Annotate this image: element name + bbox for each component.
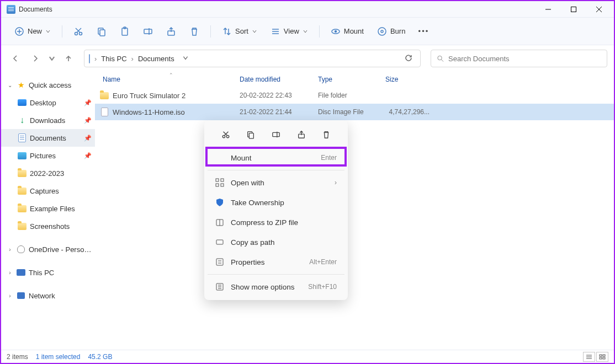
ctx-copy-path[interactable]: Copy as path — [208, 232, 344, 252]
breadcrumb[interactable]: › This PC › Documents — [84, 50, 421, 67]
folder-icon — [18, 204, 26, 213]
file-type: File folder — [318, 92, 385, 99]
sidebar-onedrive[interactable]: › OneDrive - Personal — [1, 240, 95, 258]
ctx-properties[interactable]: Properties Alt+Enter — [208, 252, 344, 272]
rename-button[interactable] — [137, 23, 158, 40]
ctx-copy-button[interactable] — [243, 127, 258, 142]
ctx-open-with[interactable]: Open with › — [208, 173, 344, 192]
file-row[interactable]: Windows-11-Home.iso 21-02-2022 21:44 Dis… — [95, 104, 614, 120]
app-icon — [7, 5, 15, 14]
chevron-down-icon — [252, 29, 257, 34]
close-button[interactable] — [586, 1, 612, 18]
breadcrumb-root[interactable]: This PC — [101, 55, 126, 63]
svg-rect-1 — [571, 7, 576, 12]
maximize-button[interactable] — [561, 1, 586, 18]
context-menu: Mount Enter Open with › Take Ownership C… — [204, 120, 348, 300]
sidebar-folder[interactable]: Example Files — [1, 200, 95, 217]
folder-icon — [18, 169, 26, 178]
sort-label: Sort — [235, 27, 248, 35]
window-title: Documents — [19, 6, 52, 13]
sort-asc-icon: ⌃ — [169, 72, 173, 78]
cut-button[interactable] — [68, 23, 89, 40]
back-button[interactable] — [8, 51, 23, 66]
mount-button[interactable]: Mount — [325, 23, 369, 40]
sidebar-folder[interactable]: Screenshots — [1, 217, 95, 235]
ctx-more-options[interactable]: Show more options Shift+F10 — [208, 277, 344, 297]
file-size: 4,74,27,296... — [385, 108, 430, 116]
ctx-delete-button[interactable] — [319, 127, 334, 142]
search-box[interactable] — [431, 50, 607, 67]
ctx-share-button[interactable] — [294, 127, 309, 142]
breadcrumb-dropdown[interactable] — [179, 55, 192, 63]
sidebar-desktop[interactable]: Desktop 📌 — [1, 94, 95, 111]
rename-icon — [272, 130, 280, 139]
sort-icon — [222, 26, 232, 36]
svg-rect-12 — [100, 30, 105, 36]
svg-rect-42 — [216, 240, 223, 244]
share-button[interactable] — [161, 23, 182, 40]
navigation-row: › This PC › Documents — [1, 45, 614, 72]
column-date[interactable]: Date modified — [240, 76, 318, 83]
sidebar-folder[interactable]: Captures — [1, 182, 95, 200]
burn-button[interactable]: Burn — [372, 23, 411, 40]
apps-icon — [215, 178, 224, 187]
sort-button[interactable]: Sort — [216, 23, 263, 40]
view-button[interactable]: View — [265, 23, 314, 40]
ctx-label: Take Ownership — [231, 199, 337, 207]
chevron-right-icon: › — [7, 293, 13, 299]
search-input[interactable] — [448, 55, 601, 63]
column-type[interactable]: Type — [318, 76, 385, 83]
sidebar-label: Documents — [30, 134, 81, 142]
column-name[interactable]: ⌃Name — [103, 76, 240, 83]
file-date: 21-02-2022 21:44 — [240, 108, 318, 116]
paste-button[interactable] — [114, 23, 135, 40]
scissors-icon — [73, 26, 83, 36]
sidebar-this-pc[interactable]: › This PC — [1, 264, 95, 281]
share-icon — [297, 130, 306, 139]
chevron-down-icon — [303, 29, 308, 34]
mount-icon — [215, 153, 224, 162]
delete-button[interactable] — [184, 23, 205, 40]
svg-rect-56 — [603, 357, 605, 359]
svg-point-22 — [335, 30, 336, 32]
cloud-icon — [17, 245, 25, 254]
folder-icon — [18, 186, 26, 195]
chevron-right-icon: › — [335, 179, 337, 186]
view-icon — [271, 26, 280, 36]
folder-icon — [18, 222, 26, 231]
column-headers: ⌃Name Date modified Type Size — [95, 72, 614, 87]
ctx-compress-zip[interactable]: Compress to ZIP file — [208, 212, 344, 232]
details-view-button[interactable] — [583, 352, 595, 362]
up-button[interactable] — [61, 51, 76, 66]
ctx-mount[interactable]: Mount Enter — [208, 148, 344, 168]
file-pane: ⌃Name Date modified Type Size Euro Truck… — [95, 72, 614, 350]
sidebar-label: Downloads — [30, 116, 81, 125]
file-row[interactable]: Euro Truck Simulator 2 20-02-2022 22:43 … — [95, 87, 614, 104]
ctx-shortcut: Enter — [321, 154, 337, 162]
ctx-cut-button[interactable] — [218, 127, 234, 142]
ctx-rename-button[interactable] — [268, 127, 284, 142]
ctx-take-ownership[interactable]: Take Ownership — [208, 192, 344, 212]
star-icon: ★ — [17, 81, 25, 89]
column-size[interactable]: Size — [385, 76, 430, 83]
sidebar-downloads[interactable]: ↓ Downloads 📌 — [1, 111, 95, 129]
pictures-icon — [18, 151, 26, 160]
minimize-button[interactable] — [536, 1, 561, 18]
breadcrumb-current[interactable]: Documents — [138, 55, 174, 63]
copy-button[interactable] — [91, 23, 112, 40]
new-button[interactable]: New — [9, 23, 56, 40]
refresh-button[interactable] — [401, 54, 416, 63]
sidebar-label: Captures — [30, 187, 92, 195]
recent-button[interactable] — [47, 51, 56, 66]
sidebar-quick-access[interactable]: ⌄ ★ Quick access — [1, 76, 95, 94]
sidebar-label: Desktop — [30, 99, 81, 107]
download-icon: ↓ — [18, 116, 26, 125]
sidebar-network[interactable]: › Network — [1, 287, 95, 304]
sidebar-pictures[interactable]: Pictures 📌 — [1, 147, 95, 164]
forward-button[interactable] — [28, 51, 43, 66]
sidebar-documents[interactable]: Documents 📌 — [1, 129, 95, 147]
icons-view-button[interactable] — [596, 352, 608, 362]
more-button[interactable]: ••• — [413, 23, 434, 40]
sidebar-folder[interactable]: 2022-2023 — [1, 164, 95, 182]
chevron-right-icon: › — [7, 247, 13, 253]
